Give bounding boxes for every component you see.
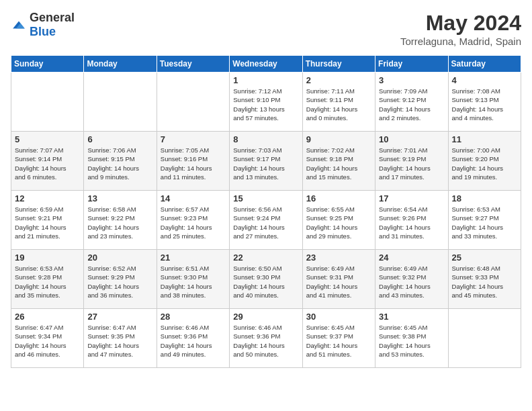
day-info-line: Sunset: 9:24 PM	[233, 214, 280, 222]
day-number: 22	[233, 253, 298, 263]
calendar-cell: 11Sunrise: 7:00 AMSunset: 9:20 PMDayligh…	[448, 132, 521, 191]
day-info-line: Sunrise: 6:56 AM	[233, 205, 281, 213]
daylight-hours: Daylight: 14 hours	[233, 224, 285, 231]
day-info-line: Sunrise: 7:05 AM	[161, 146, 209, 154]
day-info-line: Sunset: 9:25 PM	[306, 214, 353, 222]
day-number: 25	[452, 253, 517, 263]
day-info-line: Sunrise: 7:02 AM	[306, 146, 355, 154]
day-info-line: and 23 minutes.	[87, 232, 133, 240]
daylight-hours: Daylight: 14 hours	[306, 224, 358, 231]
calendar-cell: 25Sunrise: 6:48 AMSunset: 9:33 PMDayligh…	[448, 250, 521, 309]
day-info-line: Sunrise: 6:58 AM	[87, 205, 136, 213]
day-number: 29	[233, 312, 298, 322]
day-info-line: and 6 minutes.	[15, 173, 56, 181]
calendar-cell: 16Sunrise: 6:55 AMSunset: 9:25 PMDayligh…	[302, 191, 375, 250]
calendar-cell: 4Sunrise: 7:08 AMSunset: 9:13 PMDaylight…	[448, 73, 521, 132]
day-info-line: and 53 minutes.	[379, 351, 425, 358]
day-info: Sunrise: 6:46 AMSunset: 9:36 PMDaylight:…	[233, 323, 298, 359]
day-info-line: Sunset: 9:26 PM	[379, 214, 426, 222]
day-number: 10	[379, 134, 444, 144]
day-info-line: Sunset: 9:21 PM	[15, 214, 62, 222]
day-info-line: Sunset: 9:15 PM	[87, 155, 134, 163]
day-number: 14	[161, 193, 226, 203]
day-number: 24	[379, 253, 444, 263]
day-info-line: Sunset: 9:38 PM	[379, 332, 426, 340]
calendar-cell	[448, 309, 521, 368]
calendar-cell: 7Sunrise: 7:05 AMSunset: 9:16 PMDaylight…	[157, 132, 229, 191]
day-info-line: Sunset: 9:37 PM	[306, 332, 353, 340]
day-info-line: Sunrise: 6:57 AM	[161, 205, 209, 213]
day-info-line: and 0 minutes.	[306, 114, 348, 122]
day-info-line: Sunset: 9:35 PM	[87, 332, 134, 340]
day-info-line: Sunset: 9:16 PM	[161, 155, 208, 163]
day-info: Sunrise: 7:02 AMSunset: 9:18 PMDaylight:…	[306, 146, 371, 181]
day-info-line: and 40 minutes.	[233, 291, 279, 299]
day-info: Sunrise: 7:01 AMSunset: 9:19 PMDaylight:…	[379, 146, 444, 181]
day-info-line: Sunrise: 7:12 AM	[233, 87, 281, 95]
day-number: 15	[233, 193, 298, 203]
day-info: Sunrise: 6:55 AMSunset: 9:25 PMDaylight:…	[306, 205, 371, 240]
day-number: 12	[15, 193, 80, 203]
day-info-line: Sunrise: 6:51 AM	[161, 265, 209, 272]
daylight-hours: Daylight: 14 hours	[306, 105, 358, 113]
day-info-line: Sunset: 9:31 PM	[306, 273, 353, 281]
day-number: 3	[379, 75, 444, 85]
calendar-cell: 14Sunrise: 6:57 AMSunset: 9:23 PMDayligh…	[157, 191, 229, 250]
day-info: Sunrise: 7:07 AMSunset: 9:14 PMDaylight:…	[15, 146, 80, 181]
daylight-hours: Daylight: 14 hours	[452, 283, 504, 290]
day-number: 4	[452, 75, 517, 85]
day-number: 13	[87, 193, 152, 203]
daylight-hours: Daylight: 14 hours	[15, 283, 66, 290]
day-number: 11	[452, 134, 517, 144]
calendar-week-row: 26Sunrise: 6:47 AMSunset: 9:34 PMDayligh…	[11, 309, 521, 368]
calendar-cell: 12Sunrise: 6:59 AMSunset: 9:21 PMDayligh…	[11, 191, 84, 250]
day-info-line: Sunset: 9:20 PM	[452, 155, 499, 163]
daylight-hours: Daylight: 14 hours	[161, 342, 212, 349]
day-info-line: Sunrise: 6:46 AM	[233, 324, 281, 331]
title-block: May 2024 Torrelaguna, Madrid, Spain	[400, 11, 521, 47]
daylight-hours: Daylight: 14 hours	[379, 342, 431, 349]
calendar-cell	[157, 73, 229, 132]
day-info-line: Sunset: 9:36 PM	[161, 332, 208, 340]
logo-blue-text: Blue	[30, 25, 56, 38]
day-info-line: Sunrise: 6:47 AM	[87, 324, 136, 331]
daylight-hours: Daylight: 14 hours	[161, 283, 212, 290]
day-info-line: Sunrise: 6:46 AM	[161, 324, 209, 331]
calendar-cell: 22Sunrise: 6:50 AMSunset: 9:30 PMDayligh…	[230, 250, 302, 309]
day-number: 8	[233, 134, 298, 144]
calendar-week-row: 1Sunrise: 7:12 AMSunset: 9:10 PMDaylight…	[11, 73, 521, 132]
day-number: 31	[379, 312, 444, 322]
day-info-line: Sunrise: 7:08 AM	[452, 87, 500, 95]
header-thursday: Thursday	[302, 56, 375, 73]
daylight-hours: Daylight: 14 hours	[379, 283, 431, 290]
day-info-line: Sunrise: 7:01 AM	[379, 146, 427, 154]
location-title: Torrelaguna, Madrid, Spain	[400, 36, 521, 47]
daylight-hours: Daylight: 14 hours	[87, 224, 139, 231]
day-info: Sunrise: 6:49 AMSunset: 9:31 PMDaylight:…	[306, 264, 371, 300]
daylight-hours: Daylight: 14 hours	[306, 165, 358, 172]
day-info-line: and 47 minutes.	[87, 351, 133, 358]
day-info-line: Sunset: 9:23 PM	[161, 214, 208, 222]
day-info: Sunrise: 6:48 AMSunset: 9:33 PMDaylight:…	[452, 264, 517, 300]
day-info-line: Sunrise: 6:59 AM	[15, 205, 63, 213]
day-info-line: and 31 minutes.	[379, 232, 425, 240]
calendar-header-row: SundayMondayTuesdayWednesdayThursdayFrid…	[11, 56, 521, 73]
calendar-cell: 2Sunrise: 7:11 AMSunset: 9:11 PMDaylight…	[302, 73, 375, 132]
calendar-cell: 1Sunrise: 7:12 AMSunset: 9:10 PMDaylight…	[230, 73, 302, 132]
day-info-line: and 15 minutes.	[306, 173, 352, 181]
daylight-hours: Daylight: 14 hours	[15, 165, 66, 172]
day-info-line: and 36 minutes.	[87, 291, 133, 299]
day-info-line: Sunset: 9:19 PM	[379, 155, 426, 163]
calendar-cell: 28Sunrise: 6:46 AMSunset: 9:36 PMDayligh…	[157, 309, 229, 368]
calendar-cell: 24Sunrise: 6:49 AMSunset: 9:32 PMDayligh…	[375, 250, 448, 309]
calendar-cell	[84, 73, 157, 132]
day-info-line: and 2 minutes.	[379, 114, 420, 122]
day-number: 6	[87, 134, 152, 144]
day-info: Sunrise: 6:52 AMSunset: 9:29 PMDaylight:…	[87, 264, 152, 300]
day-info-line: Sunrise: 6:49 AM	[306, 265, 355, 272]
day-info-line: Sunset: 9:12 PM	[379, 96, 426, 103]
day-info: Sunrise: 7:03 AMSunset: 9:17 PMDaylight:…	[233, 146, 298, 181]
day-info-line: and 19 minutes.	[452, 173, 498, 181]
logo-general-text: General	[30, 11, 75, 24]
day-info-line: Sunrise: 6:54 AM	[379, 205, 427, 213]
